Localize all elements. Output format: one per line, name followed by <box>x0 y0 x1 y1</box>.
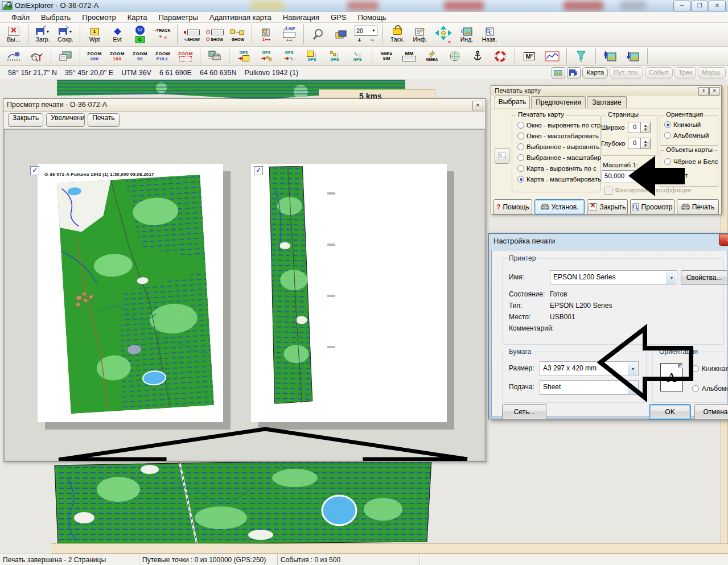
minimize-button[interactable]: ─ <box>673 1 690 11</box>
dialog-preview-button[interactable]: Просмотр <box>630 199 674 215</box>
windows-button[interactable] <box>330 24 352 46</box>
line-length-button[interactable]: ╱LINE ⟷ <box>278 24 301 46</box>
gps-send-waypoints-button[interactable]: GPS ➜ <box>232 48 255 65</box>
filter-button[interactable] <box>570 48 593 65</box>
ok-button[interactable]: OK <box>649 404 691 420</box>
gps-send-route-button[interactable]: GPS ➜ <box>255 48 278 65</box>
zoom-selection-button[interactable]: ZOOM <box>174 48 197 65</box>
tab-waypoints[interactable]: Пут. точ. <box>610 67 643 79</box>
map-image-button[interactable] <box>552 67 565 79</box>
radio-color[interactable] <box>664 172 671 179</box>
menu-map[interactable]: Карта <box>122 13 153 22</box>
map-name-search-button[interactable]: Назв. <box>478 24 501 46</box>
menu-options[interactable]: Параметры <box>153 13 204 22</box>
tab-preferences[interactable]: Предпочтения <box>531 96 586 108</box>
zoom-level-combobox[interactable]: 20▼ <box>355 26 377 36</box>
waypoint-button[interactable]: 1 Wpt <box>83 24 106 46</box>
map-index-button[interactable]: I Инд. <box>455 24 478 46</box>
tab-tracks[interactable]: Трек <box>674 67 696 79</box>
pages-deep-spinner[interactable]: ▲▼ <box>640 138 651 149</box>
radio-portrait[interactable] <box>664 121 671 128</box>
menu-view[interactable]: Просмотр <box>76 13 121 22</box>
tab-title[interactable]: Заглавие <box>587 96 627 108</box>
point-comment-button[interactable]: 12 C <box>129 24 151 46</box>
nmea-simulator-button[interactable]: NMEASIM <box>375 48 398 65</box>
setup-button[interactable]: Установ. <box>534 199 585 215</box>
anchor-alarm-button[interactable] <box>466 48 489 65</box>
dialog-close-button[interactable]: ✕Закрыть <box>587 199 628 215</box>
printer-name-combobox[interactable]: EPSON L200 Series▼ <box>550 270 677 285</box>
area-measure-button[interactable]: M² <box>518 48 541 65</box>
roll-up-icon[interactable]: ⇕ <box>698 87 709 96</box>
cancel-button[interactable]: Отмена <box>694 404 728 420</box>
help-button[interactable]: ?Помощь <box>493 199 532 215</box>
drag-map-button[interactable]: Таск. <box>386 24 409 46</box>
print-setup-close-icon[interactable]: ✕ <box>719 234 728 246</box>
zoom-full-button[interactable]: ZOOMFULL <box>151 48 174 65</box>
deselect-map-button[interactable]: ✕ Вы... <box>2 24 25 46</box>
zoom-200-button[interactable]: ZOOM200 <box>83 48 106 65</box>
scale-combobox[interactable]: 50,000▼ <box>602 170 656 183</box>
show-track-button[interactable]: ∿SHOW <box>180 24 203 46</box>
magnifier-button[interactable] <box>307 24 330 46</box>
print-preview-title-bar[interactable]: Просмотр печати - O-36-072-A <box>3 99 486 112</box>
radio-selection-fit[interactable] <box>517 143 524 150</box>
track-profile-button[interactable] <box>2 48 25 65</box>
tab-select[interactable]: Выбрать <box>495 96 530 109</box>
zoom-50-button[interactable]: ZOOM50 <box>129 48 151 65</box>
zoom-in-button[interactable]: + <box>355 37 364 44</box>
mob-button[interactable] <box>489 48 512 65</box>
radio-map-scale[interactable] <box>517 176 524 183</box>
print-map-title-bar[interactable]: Печатать карту <box>491 86 721 96</box>
fix-coefficient-checkbox[interactable] <box>604 187 612 195</box>
tab-map[interactable]: Карта <box>582 67 608 79</box>
preview-print-button[interactable]: Печать <box>88 113 119 127</box>
radio-selection-scale[interactable] <box>517 154 524 161</box>
radio-window-fit[interactable] <box>517 122 524 129</box>
paper-size-combobox[interactable]: A3 297 x 420 mm▼ <box>540 361 639 376</box>
menu-select[interactable]: Выбрать <box>35 13 76 22</box>
menu-adaptive-map[interactable]: Адаптивная карта <box>204 13 277 22</box>
moving-map-button[interactable]: MM <box>398 48 421 65</box>
radio-window-scale[interactable] <box>517 133 524 139</box>
print-preview-close-icon[interactable]: ✕ <box>472 101 483 110</box>
print-screen-button[interactable]: ⇢ <box>203 48 226 65</box>
pages-wide-spinner[interactable]: ▲▼ <box>640 122 651 133</box>
dialog-print-button[interactable]: Печать <box>677 199 719 215</box>
zoom-100-button[interactable]: ZOOM100 <box>106 48 129 65</box>
paper-source-combobox[interactable]: Sheet▼ <box>540 380 639 395</box>
save-position-button[interactable] <box>567 67 581 79</box>
next-map-button[interactable] <box>622 48 644 65</box>
menu-help[interactable]: Помощь <box>352 13 392 22</box>
nmea-button[interactable]: NMEA <box>421 48 443 65</box>
pan-control[interactable]: × <box>431 24 455 46</box>
save-button[interactable]: ↘▼ Сохр. <box>54 24 77 46</box>
track-profile-tool-button[interactable] <box>25 48 48 65</box>
radar-button[interactable] <box>443 48 466 65</box>
page-numbers-button[interactable]: 1⟷ <box>255 24 278 46</box>
altitude-profile-button[interactable] <box>541 48 564 65</box>
menu-gps[interactable]: GPS <box>325 13 352 22</box>
menu-navigation[interactable]: Навигация <box>277 13 325 22</box>
pages-deep-input[interactable]: 0 <box>628 138 641 149</box>
properties-button[interactable]: Свойства... <box>681 270 727 285</box>
close-button[interactable]: ✕ <box>709 1 726 11</box>
image-list-button[interactable] <box>54 48 77 65</box>
gps-get-waypoints-button[interactable]: ↓ GPS <box>301 48 323 65</box>
thumbnail-button[interactable] <box>495 148 509 164</box>
preview-close-button[interactable]: Закрыть <box>8 113 43 127</box>
track-button[interactable]: ▪TRACK + o <box>151 24 174 46</box>
menu-file[interactable]: Файл <box>6 13 35 22</box>
zoom-out-button[interactable]: − <box>368 37 377 44</box>
map-information-button[interactable]: Инф. <box>409 24 431 46</box>
load-button[interactable]: ↗▼ Загр. <box>31 24 54 46</box>
radio-setup-landscape[interactable] <box>692 385 699 392</box>
gps-get-route-button[interactable]: ↓ GPS <box>323 48 346 65</box>
radio-setup-portrait[interactable] <box>692 365 699 372</box>
event-button[interactable]: Evt <box>106 24 129 46</box>
radio-map-fit[interactable] <box>517 165 524 172</box>
pages-wide-input[interactable]: 0 <box>628 122 641 133</box>
preview-enlarge-button[interactable]: Увеличени <box>46 113 85 127</box>
tab-routes[interactable]: Марш. <box>698 67 726 79</box>
print-map-close-icon[interactable]: ✕ <box>709 87 719 96</box>
